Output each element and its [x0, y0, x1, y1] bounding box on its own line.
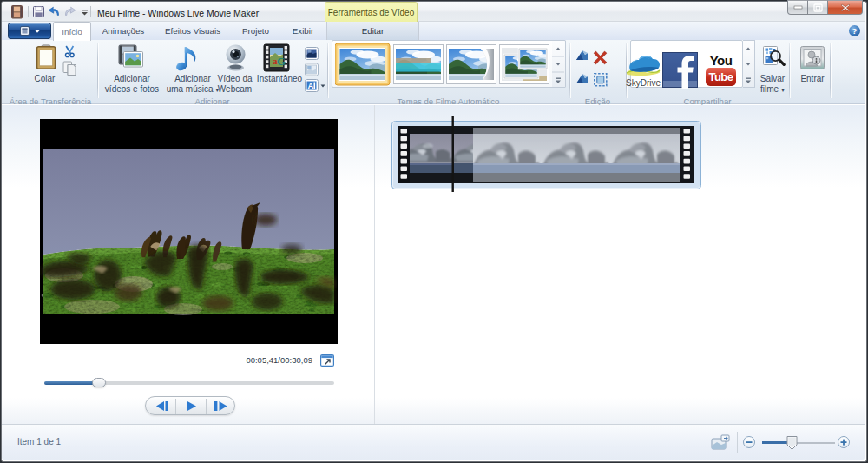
svg-text:A: A	[307, 81, 313, 90]
svg-text:G: G	[277, 55, 286, 68]
